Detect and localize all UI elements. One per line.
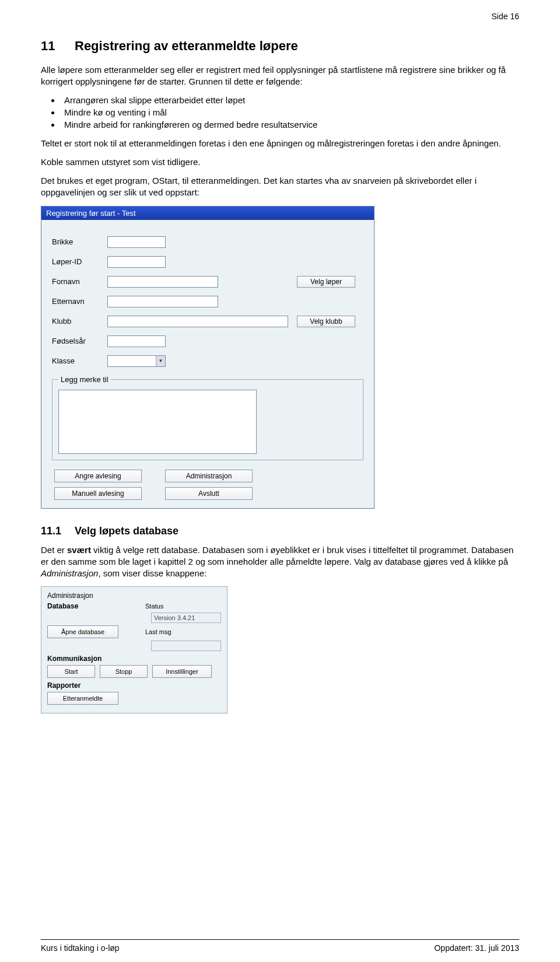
- start-button[interactable]: Start: [47, 665, 95, 678]
- bullet-item: Arrangøren skal slippe etterarbeidet ett…: [61, 95, 519, 105]
- manuell-avlesing-button[interactable]: Manuell avlesing: [54, 487, 142, 500]
- label-loperid: Løper-ID: [52, 257, 107, 266]
- klubb-input[interactable]: [107, 316, 288, 327]
- footer-divider: [41, 939, 519, 940]
- last-msg-readonly: [151, 641, 221, 651]
- paragraph-3: Koble sammen utstyret som vist tidligere…: [41, 156, 519, 168]
- innstillinger-button[interactable]: Innstillinger: [152, 665, 212, 678]
- label-rapporter: Rapporter: [47, 681, 100, 690]
- label-fodselsar: Fødselsår: [52, 337, 107, 345]
- window-title: Registrering før start - Test: [41, 207, 374, 220]
- etternavn-input[interactable]: [107, 296, 218, 307]
- brikke-input[interactable]: [107, 236, 166, 248]
- fodselsar-input[interactable]: [107, 335, 166, 347]
- legg-textarea[interactable]: [58, 390, 257, 454]
- admin-panel: Administrasjon Database Status Version 3…: [41, 586, 228, 713]
- label-brikke: Brikke: [52, 237, 107, 246]
- fornavn-input[interactable]: [107, 276, 218, 288]
- etteranmeldte-button[interactable]: Etteranmeldte: [47, 692, 118, 705]
- velg-klubb-button[interactable]: Velg klubb: [297, 316, 355, 327]
- label-komm: Kommunikasjon: [47, 655, 100, 663]
- label-klasse: Klasse: [52, 356, 107, 365]
- legg-merke-til-group: Legg merke til: [52, 375, 363, 460]
- klasse-dropdown[interactable]: ▼: [107, 355, 166, 367]
- label-status: Status: [145, 603, 221, 610]
- legg-legend: Legg merke til: [58, 375, 111, 384]
- label-fornavn: Fornavn: [52, 277, 107, 286]
- label-etternavn: Etternavn: [52, 297, 107, 306]
- subsection-number: 11.1: [41, 525, 75, 537]
- velg-loper-button[interactable]: Velg løper: [297, 276, 355, 288]
- section-heading: 11Registrering av etteranmeldte løpere: [41, 39, 519, 54]
- version-readonly: Version 3.4.21: [151, 613, 221, 623]
- paragraph-1: Alle løpere som etteranmelder seg eller …: [41, 64, 519, 88]
- footer-right: Oppdatert: 31. juli 2013: [434, 943, 519, 953]
- paragraph-2: Teltet er stort nok til at etteranmeldin…: [41, 138, 519, 149]
- bullet-item: Mindre kø og venting i mål: [61, 107, 519, 117]
- open-database-button[interactable]: Åpne database: [47, 625, 118, 638]
- ostart-window: Registrering før start - Test Brikke Løp…: [41, 206, 374, 509]
- section-title: Registrering av etteranmeldte løpere: [75, 39, 298, 53]
- label-klubb: Klubb: [52, 317, 107, 326]
- administrasjon-button[interactable]: Administrasjon: [165, 470, 253, 482]
- chevron-down-icon: ▼: [156, 356, 165, 366]
- label-last-msg: Last msg: [145, 628, 221, 635]
- page-number: Side 16: [41, 12, 519, 21]
- bullet-list: Arrangøren skal slippe etterarbeidet ett…: [61, 95, 519, 130]
- footer-left: Kurs i tidtaking i o-løp: [41, 943, 120, 953]
- bullet-item: Mindre arbeid for rankingføreren og derm…: [61, 120, 519, 130]
- subsection-title: Velg løpets database: [75, 525, 178, 537]
- paragraph-4: Det brukes et eget program, OStart, til …: [41, 175, 519, 199]
- angre-avlesing-button[interactable]: Angre avlesing: [54, 470, 142, 482]
- admin-header: Administrasjon: [47, 592, 221, 600]
- stopp-button[interactable]: Stopp: [100, 665, 148, 678]
- subsection-heading: 11.1Velg løpets database: [41, 525, 519, 537]
- loperid-input[interactable]: [107, 256, 166, 268]
- avslutt-button[interactable]: Avslutt: [165, 487, 253, 500]
- label-database: Database: [47, 602, 100, 610]
- section-number: 11: [41, 39, 75, 54]
- paragraph-5: Det er svært viktig å velge rett databas…: [41, 544, 519, 580]
